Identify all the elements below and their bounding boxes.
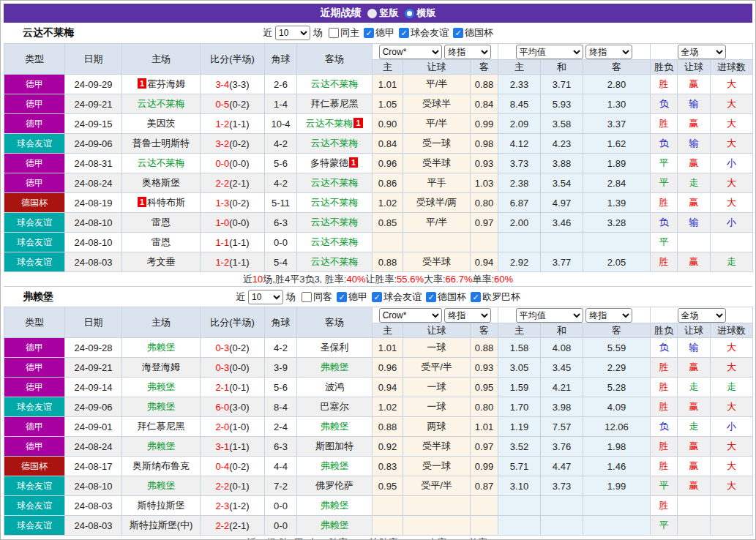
away-team-name[interactable]: 云达不莱梅 [311, 236, 359, 247]
filter-checkbox[interactable]: ✓德国杯 [453, 26, 493, 40]
away-team-name[interactable]: 云达不莱梅 [311, 78, 359, 89]
recent-count-select[interactable]: 10 [248, 290, 283, 304]
final-odds-select[interactable]: 终指 [444, 45, 491, 59]
home-team-name[interactable]: 美因茨 [147, 118, 176, 129]
checkbox-checked-icon[interactable]: ✓ [471, 292, 481, 302]
away-team-name[interactable]: 巴塞尔 [321, 401, 349, 412]
avg-draw-odds: 3.73 [541, 476, 583, 496]
filter-checkbox[interactable]: ✓德甲 [337, 290, 367, 304]
home-team-name[interactable]: 弗赖堡 [147, 480, 176, 491]
filter-checkbox[interactable]: ✓德甲 [364, 26, 394, 40]
checkbox-checked-icon[interactable]: ✓ [364, 28, 374, 38]
home-team-name[interactable]: 考文垂 [147, 256, 176, 267]
recent-results-panel: 近期战绩 竖版 横版 云达不莱梅 近 10 场 同主✓德甲✓球会友谊✓德国杯 [0, 0, 756, 540]
checkbox-checked-icon[interactable]: ✓ [372, 292, 382, 302]
home-team-name[interactable]: 奥斯纳布鲁克 [132, 460, 190, 471]
result-handicap: 输 [678, 94, 711, 114]
away-team-name[interactable]: 云达不莱梅 [311, 138, 359, 149]
handicap-line: 受半球 [403, 154, 471, 173]
filter-checkbox[interactable]: ✓德国杯 [426, 290, 466, 304]
home-team-name[interactable]: 雷恩 [151, 236, 171, 247]
match-scope-select[interactable]: 全场 [678, 308, 726, 323]
checkbox-checked-icon[interactable]: ✓ [426, 292, 436, 302]
home-team-name[interactable]: 弗赖堡 [147, 401, 176, 412]
filter-checkbox[interactable]: ✓球会友谊 [399, 26, 449, 40]
home-team-name[interactable]: 科特布斯 [147, 197, 185, 208]
home-team-name[interactable]: 弗赖堡 [147, 381, 176, 392]
match-date: 24-08-19 [65, 193, 122, 213]
handicap-home-odds: 0.94 [373, 378, 403, 397]
match-type-badge: 德甲 [4, 437, 65, 457]
away-team-name[interactable]: 斯图加特 [315, 440, 353, 451]
away-team-name[interactable]: 弗赖堡 [321, 421, 349, 432]
col-header-corner: 角球 [265, 44, 297, 75]
home-team-name[interactable]: 海登海姆 [142, 361, 180, 372]
away-team-name[interactable]: 多特蒙德 [310, 157, 348, 168]
filter-checkbox[interactable]: ✓欧罗巴杯 [471, 290, 520, 304]
radio-icon[interactable] [367, 9, 377, 18]
home-team-name[interactable]: 奥格斯堡 [142, 177, 180, 188]
home-team-name[interactable]: 拜仁慕尼黑 [138, 421, 185, 432]
bookmaker-select[interactable]: Crow* [379, 45, 442, 59]
away-team-name[interactable]: 拜仁慕尼黑 [311, 98, 359, 109]
away-team-name[interactable]: 弗赖堡 [321, 361, 349, 372]
away-team-name[interactable]: 佛罗伦萨 [315, 480, 353, 491]
away-team-name[interactable]: 云达不莱梅 [311, 197, 359, 208]
away-team-name[interactable]: 波鸿 [325, 381, 344, 392]
handicap-home-odds: 0.88 [373, 417, 403, 437]
recent-count-select[interactable]: 10 [275, 26, 310, 40]
fulltime-score: 1-2 [215, 119, 229, 130]
fulltime-score: 0-3 [215, 362, 229, 373]
results-body: 德甲 24-09-28 弗赖堡 0-3(0-2) 4-2 圣保利 1.01 一球… [4, 338, 753, 536]
home-team-name[interactable]: 云达不莱梅 [138, 157, 185, 168]
match-type-badge: 球会友谊 [4, 252, 65, 272]
away-team-name[interactable]: 云达不莱梅 [311, 177, 359, 188]
result-winloss: 平 [651, 233, 678, 252]
checkbox-unchecked-icon[interactable] [302, 292, 312, 302]
match-scope-select[interactable]: 全场 [678, 45, 726, 59]
away-team-name[interactable]: 云达不莱梅 [305, 118, 353, 129]
away-team-name[interactable]: 弗赖堡 [321, 520, 349, 530]
home-team-name[interactable]: 弗赖堡 [147, 440, 176, 451]
result-winloss: 平 [651, 516, 678, 536]
home-team-cell: 海登海姆 [122, 358, 201, 378]
home-team-name[interactable]: 斯特拉斯堡 [138, 500, 185, 511]
filter-checkbox[interactable]: ✓球会友谊 [372, 290, 422, 304]
result-goals: 大 [711, 173, 753, 193]
avg-away-odds: 5.28 [583, 378, 651, 397]
home-team-name[interactable]: 斯特拉斯堡(中) [130, 520, 193, 530]
average-odds-select[interactable]: 平均值 [516, 45, 583, 59]
away-team-name[interactable]: 圣保利 [321, 342, 349, 353]
home-team-name[interactable]: 霍芬海姆 [147, 78, 185, 89]
final-odds-select[interactable]: 终指 [585, 45, 632, 59]
radio-icon[interactable] [405, 9, 414, 18]
match-type-badge: 德甲 [4, 417, 65, 437]
away-team-name[interactable]: 弗赖堡 [321, 500, 349, 511]
corner-count: 8-4 [265, 397, 297, 417]
corner-count: 0-0 [265, 233, 297, 252]
checkbox-checked-icon[interactable]: ✓ [337, 292, 347, 302]
checkbox-unchecked-icon[interactable] [329, 28, 339, 38]
home-team-name[interactable]: 雷恩 [151, 217, 171, 228]
match-row: 德国杯 24-08-17 奥斯纳布鲁克 0-4(0-2) 4-4 弗赖堡 0.8… [4, 457, 753, 476]
average-odds-select[interactable]: 平均值 [516, 308, 583, 323]
bookmaker-select[interactable]: Crow* [379, 308, 442, 323]
summary-segment: 40% [346, 274, 365, 285]
home-team-name[interactable]: 弗赖堡 [147, 342, 176, 353]
away-team-name[interactable]: 弗赖堡 [321, 460, 349, 471]
away-team-name[interactable]: 云达不莱梅 [311, 217, 359, 228]
match-date: 24-08-24 [65, 173, 122, 193]
home-team-name[interactable]: 云达不莱梅 [138, 98, 185, 109]
handicap-line: 两球 [403, 417, 471, 437]
final-odds-select[interactable]: 终指 [585, 308, 632, 323]
checkbox-checked-icon[interactable]: ✓ [453, 28, 463, 38]
final-odds-select[interactable]: 终指 [444, 308, 491, 323]
filter-checkbox[interactable]: 同主 [329, 26, 359, 40]
home-team-name[interactable]: 普鲁士明斯特 [132, 138, 190, 149]
col-header-type: 类型 [4, 307, 65, 338]
away-team-name[interactable]: 云达不莱梅 [311, 256, 359, 267]
layout-option-horizontal[interactable]: 横版 [405, 7, 436, 20]
filter-checkbox[interactable]: 同客 [302, 290, 332, 304]
checkbox-checked-icon[interactable]: ✓ [399, 28, 409, 38]
layout-option-vertical[interactable]: 竖版 [367, 7, 399, 20]
